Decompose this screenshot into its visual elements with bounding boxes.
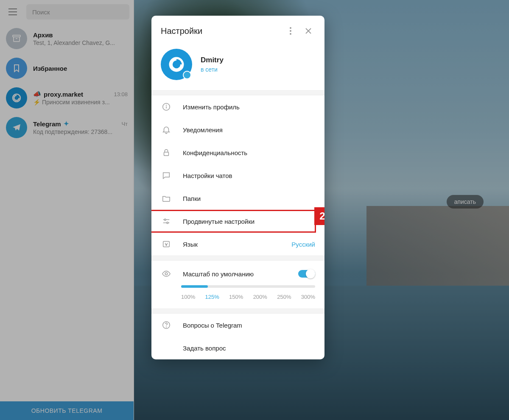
scale-tick[interactable]: 100% [181, 294, 195, 300]
svg-point-8 [290, 33, 291, 35]
shield-check-icon [183, 71, 191, 79]
settings-modal: Настройки Dmitry в сети Изменить профиль [151, 16, 324, 359]
setting-label: Масштаб по умолчанию [183, 270, 287, 278]
close-button[interactable] [302, 24, 315, 38]
setting-ask-question[interactable]: Задать вопрос [151, 337, 324, 359]
annotation-badge: 2 [314, 207, 324, 225]
setting-privacy[interactable]: Конфиденциальность [151, 141, 324, 164]
bell-icon [161, 124, 172, 135]
setting-label: Конфиденциальность [183, 149, 315, 156]
divider [151, 256, 324, 261]
scale-tick[interactable]: 125% [205, 294, 219, 300]
setting-label: Уведомления [183, 126, 315, 134]
sliders-icon [161, 216, 172, 227]
chat-icon [161, 170, 172, 181]
scale-tick[interactable]: 150% [229, 294, 243, 300]
setting-label: Изменить профиль [183, 103, 315, 111]
slider-fill [181, 285, 208, 288]
scale-toggle[interactable] [298, 270, 315, 278]
blank-icon [161, 342, 172, 353]
divider [151, 90, 324, 95]
setting-notifications[interactable]: Уведомления [151, 118, 324, 141]
info-icon [161, 101, 172, 112]
setting-label: Папки [183, 195, 315, 202]
setting-label: Настройки чатов [183, 172, 315, 179]
app-root: Архив Test, 1, Alexander Chavez, G... Из… [0, 0, 509, 420]
svg-point-22 [165, 273, 168, 275]
svg-point-17 [164, 219, 166, 221]
scale-tick[interactable]: 300% [301, 294, 315, 300]
setting-value: Русский [291, 241, 315, 248]
svg-rect-20 [163, 242, 170, 247]
lock-icon [161, 147, 172, 158]
divider [151, 309, 324, 314]
help-icon [161, 320, 172, 331]
modal-header: Настройки [151, 16, 324, 45]
setting-label: Продвинутые настройки [183, 218, 315, 225]
profile-status: в сети [201, 66, 224, 73]
svg-point-19 [167, 222, 168, 224]
svg-point-7 [290, 30, 291, 32]
setting-folders[interactable]: Папки [151, 187, 324, 210]
folder-icon [161, 193, 172, 204]
setting-label: Задать вопрос [183, 345, 315, 352]
scale-tick[interactable]: 200% [253, 294, 267, 300]
more-button[interactable] [284, 24, 297, 38]
profile-block[interactable]: Dmitry в сети [151, 45, 324, 90]
close-icon [305, 28, 312, 34]
profile-text: Dmitry в сети [201, 56, 224, 73]
eye-icon [161, 268, 172, 279]
profile-avatar [161, 49, 192, 80]
svg-point-6 [290, 27, 291, 29]
scale-slider-wrap: 100% 125% 150% 200% 250% 300% [151, 283, 324, 309]
modal-title: Настройки [161, 26, 280, 36]
profile-name: Dmitry [201, 56, 224, 64]
svg-point-14 [166, 105, 167, 106]
setting-advanced[interactable]: Продвинутые настройки 2 [151, 210, 324, 233]
setting-edit-profile[interactable]: Изменить профиль [151, 95, 324, 118]
scale-slider[interactable] [181, 285, 315, 288]
setting-language[interactable]: Язык Русский [151, 233, 324, 256]
svg-rect-15 [164, 152, 169, 156]
dots-vertical-icon [290, 27, 291, 35]
setting-label: Язык [183, 241, 280, 248]
setting-faq[interactable]: Вопросы о Telegram [151, 314, 324, 337]
scale-tick[interactable]: 250% [277, 294, 291, 300]
setting-chat-settings[interactable]: Настройки чатов [151, 164, 324, 187]
language-icon [161, 239, 172, 250]
setting-default-scale: Масштаб по умолчанию [151, 261, 324, 283]
setting-label: Вопросы о Telegram [183, 322, 315, 329]
scale-ticks: 100% 125% 150% 200% 250% 300% [181, 294, 315, 300]
svg-point-24 [166, 327, 167, 327]
